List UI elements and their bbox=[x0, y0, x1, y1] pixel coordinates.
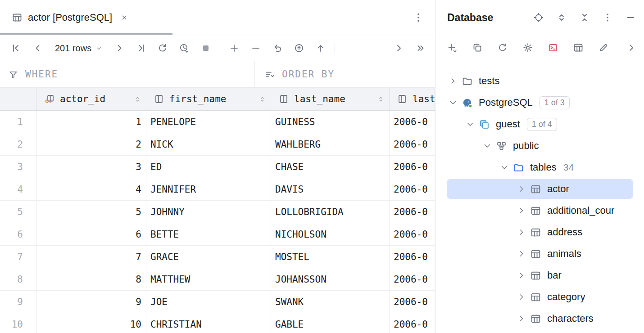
cell-last-update[interactable]: 2006-0 bbox=[390, 291, 435, 313]
cell-last-name[interactable]: LOLLOBRIGIDA bbox=[271, 201, 390, 223]
tree-item-characters[interactable]: characters bbox=[436, 308, 644, 329]
tree-item-address[interactable]: address bbox=[436, 221, 644, 243]
cell-first-name[interactable]: JOE bbox=[146, 291, 271, 313]
chevron-right-icon[interactable] bbox=[394, 43, 404, 54]
cell-last-update[interactable]: 2006-0 bbox=[390, 178, 435, 201]
panel-options-icon[interactable] bbox=[602, 12, 613, 23]
sort-arrows-icon[interactable] bbox=[259, 95, 266, 103]
tree-item-tables[interactable]: tables34 bbox=[436, 157, 644, 178]
cell-last-update[interactable]: 2006-0 bbox=[390, 268, 435, 291]
cell-last-name[interactable]: NICHOLSON bbox=[271, 223, 390, 246]
cell-first-name[interactable]: JOHNNY bbox=[146, 201, 271, 223]
page-size-dropdown[interactable]: 201 rows bbox=[55, 43, 102, 54]
cell-actor-id[interactable]: 6 bbox=[37, 223, 146, 246]
cell-first-name[interactable]: ED bbox=[146, 156, 271, 178]
cell-last-update[interactable]: 2006-0 bbox=[390, 156, 435, 178]
next-page-icon[interactable] bbox=[114, 43, 125, 54]
chevron-right-icon[interactable] bbox=[517, 249, 526, 258]
tree-item-postgresql[interactable]: PostgreSQL1 of 3 bbox=[436, 92, 644, 113]
row-number-cell[interactable]: 3 bbox=[0, 156, 37, 178]
sort-arrows-icon[interactable] bbox=[134, 95, 141, 103]
tree-item-tests[interactable]: tests bbox=[436, 70, 644, 92]
tree-item-category[interactable]: category bbox=[436, 286, 644, 308]
row-number-cell[interactable]: 8 bbox=[0, 268, 37, 291]
tree-item-actor[interactable]: actor bbox=[436, 178, 644, 200]
refresh-icon[interactable] bbox=[157, 43, 168, 54]
row-number-cell[interactable]: 10 bbox=[0, 313, 37, 333]
cell-actor-id[interactable]: 3 bbox=[37, 156, 146, 178]
column-header-actor_id[interactable]: actor_id bbox=[37, 88, 146, 110]
expand-all-icon[interactable] bbox=[556, 12, 567, 23]
cell-first-name[interactable]: PENELOPE bbox=[146, 111, 271, 133]
cell-actor-id[interactable]: 10 bbox=[37, 313, 146, 333]
tree-item-animals[interactable]: animals bbox=[436, 243, 644, 265]
row-number-cell[interactable]: 5 bbox=[0, 201, 37, 223]
chevron-down-icon[interactable] bbox=[466, 120, 475, 129]
cell-actor-id[interactable]: 4 bbox=[37, 178, 146, 201]
last-page-icon[interactable] bbox=[136, 43, 146, 54]
sort-arrows-icon[interactable] bbox=[377, 95, 385, 103]
chevron-right-icon[interactable] bbox=[517, 271, 526, 280]
more-toolbar-icon[interactable] bbox=[626, 42, 637, 53]
add-row-icon[interactable] bbox=[229, 43, 240, 54]
tree-item-bar[interactable]: bar bbox=[436, 265, 644, 286]
tab-actor[interactable]: actor [PostgreSQL] bbox=[12, 0, 128, 35]
cell-last-name[interactable]: MOSTEL bbox=[271, 246, 390, 268]
cell-first-name[interactable]: BETTE bbox=[146, 223, 271, 246]
row-number-cell[interactable]: 9 bbox=[0, 291, 37, 313]
row-number-cell[interactable]: 1 bbox=[0, 111, 37, 133]
cell-last-name[interactable]: JOHANSSON bbox=[271, 268, 390, 291]
order-by-filter-field[interactable]: ORDER BY bbox=[254, 61, 435, 87]
edit-icon[interactable] bbox=[598, 42, 609, 53]
submit-icon[interactable] bbox=[294, 43, 304, 54]
chevron-down-icon[interactable] bbox=[449, 98, 458, 107]
cell-first-name[interactable]: JENNIFER bbox=[146, 178, 271, 201]
stop-icon[interactable] bbox=[200, 43, 211, 54]
row-number-cell[interactable]: 4 bbox=[0, 178, 37, 201]
chevron-right-icon[interactable] bbox=[449, 76, 458, 86]
cell-actor-id[interactable]: 7 bbox=[37, 246, 146, 268]
cell-last-update[interactable]: 2006-0 bbox=[390, 246, 435, 268]
cell-actor-id[interactable]: 1 bbox=[37, 111, 146, 133]
refresh-icon[interactable] bbox=[497, 42, 508, 53]
cell-last-update[interactable]: 2006-0 bbox=[390, 313, 435, 333]
cell-last-name[interactable]: CHASE bbox=[271, 156, 390, 178]
row-number-cell[interactable]: 6 bbox=[0, 223, 37, 246]
previous-page-icon[interactable] bbox=[32, 43, 43, 54]
chevron-right-icon[interactable] bbox=[517, 292, 526, 302]
tab-close-icon[interactable] bbox=[120, 14, 128, 22]
locate-icon[interactable] bbox=[533, 12, 544, 23]
column-header-last_name[interactable]: last_name bbox=[271, 88, 390, 110]
cell-actor-id[interactable]: 8 bbox=[37, 268, 146, 291]
commit-icon[interactable] bbox=[315, 43, 326, 54]
cell-last-name[interactable]: WAHLBERG bbox=[271, 133, 390, 156]
cell-last-name[interactable]: SWANK bbox=[271, 291, 390, 313]
chevron-down-icon[interactable] bbox=[483, 141, 492, 150]
where-filter-field[interactable]: WHERE bbox=[0, 61, 254, 87]
tree-item-guest[interactable]: guest1 of 4 bbox=[436, 113, 644, 135]
hide-panel-icon[interactable] bbox=[625, 12, 636, 23]
cell-last-name[interactable]: GUINESS bbox=[271, 111, 390, 133]
chevron-right-icon[interactable] bbox=[517, 184, 526, 194]
chevron-right-icon[interactable] bbox=[517, 228, 526, 237]
editor-options-icon[interactable] bbox=[413, 12, 424, 23]
new-datasource-icon[interactable] bbox=[447, 42, 458, 53]
chevron-down-icon[interactable] bbox=[500, 163, 509, 172]
tree-item-additional-cour[interactable]: additional_cour bbox=[436, 200, 644, 221]
double-chevron-right-icon[interactable] bbox=[415, 43, 426, 54]
cell-first-name[interactable]: MATTHEW bbox=[146, 268, 271, 291]
cell-first-name[interactable]: CHRISTIAN bbox=[146, 313, 271, 333]
cell-last-name[interactable]: DAVIS bbox=[271, 178, 390, 201]
cell-first-name[interactable]: NICK bbox=[146, 133, 271, 156]
cell-last-name[interactable]: GABLE bbox=[271, 313, 390, 333]
column-header-last_update[interactable]: last_update bbox=[390, 88, 435, 110]
new-table-icon[interactable] bbox=[573, 42, 584, 53]
column-header-first_name[interactable]: first_name bbox=[146, 88, 271, 110]
cell-last-update[interactable]: 2006-0 bbox=[390, 223, 435, 246]
cell-last-update[interactable]: 2006-0 bbox=[390, 133, 435, 156]
cell-last-update[interactable]: 2006-0 bbox=[390, 201, 435, 223]
cell-actor-id[interactable]: 9 bbox=[37, 291, 146, 313]
auto-refresh-icon[interactable] bbox=[179, 43, 190, 54]
datasource-settings-icon[interactable] bbox=[522, 42, 533, 53]
revert-icon[interactable] bbox=[272, 43, 283, 54]
